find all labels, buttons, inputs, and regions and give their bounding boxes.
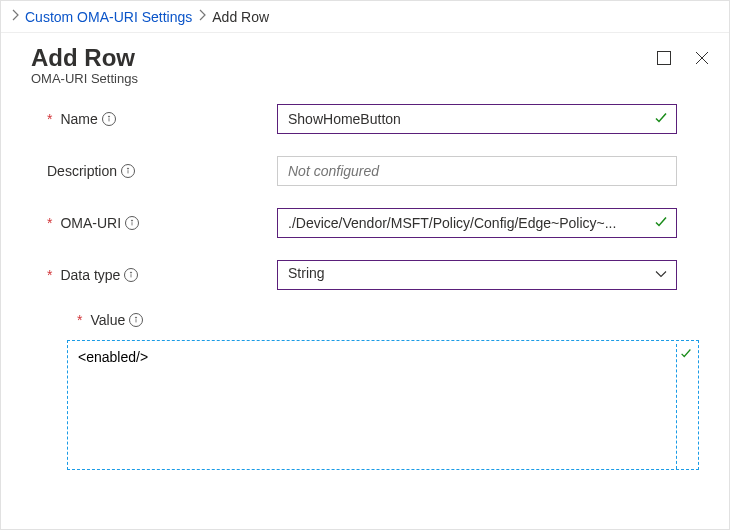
description-input[interactable]: [277, 156, 677, 186]
info-icon[interactable]: [125, 216, 139, 230]
name-input[interactable]: [277, 104, 677, 134]
info-icon[interactable]: [124, 268, 138, 282]
svg-point-0: [108, 116, 109, 117]
pane-title: Add Row: [31, 43, 655, 73]
breadcrumb: Custom OMA-URI Settings Add Row: [1, 1, 729, 33]
data-type-label: * Data type: [47, 267, 277, 283]
info-icon[interactable]: [121, 164, 135, 178]
svg-point-2: [132, 220, 133, 221]
name-label: * Name: [47, 111, 277, 127]
svg-point-3: [131, 272, 132, 273]
value-textarea[interactable]: [67, 340, 699, 470]
close-button[interactable]: [693, 49, 711, 67]
breadcrumb-parent-link[interactable]: Custom OMA-URI Settings: [25, 9, 192, 25]
checkmark-icon: [679, 346, 693, 363]
required-star-icon: *: [47, 111, 52, 127]
required-star-icon: *: [47, 215, 52, 231]
chevron-right-icon: [194, 7, 210, 26]
pane-header: Add Row OMA-URI Settings: [1, 33, 729, 90]
info-icon[interactable]: [102, 112, 116, 126]
oma-uri-input[interactable]: [277, 208, 677, 238]
maximize-button[interactable]: [655, 49, 673, 67]
textarea-divider: [676, 344, 677, 469]
data-type-select[interactable]: String: [277, 260, 677, 290]
chevron-right-icon: [7, 7, 23, 26]
breadcrumb-current: Add Row: [212, 9, 269, 25]
description-label: Description: [47, 163, 277, 179]
close-icon: [694, 50, 710, 66]
oma-uri-label: * OMA-URI: [47, 215, 277, 231]
value-label: * Value: [77, 312, 143, 328]
info-icon[interactable]: [129, 313, 143, 327]
maximize-icon: [657, 51, 671, 65]
svg-point-4: [136, 317, 137, 318]
required-star-icon: *: [77, 312, 82, 328]
required-star-icon: *: [47, 267, 52, 283]
pane-subtitle: OMA-URI Settings: [31, 71, 655, 86]
svg-point-1: [127, 168, 128, 169]
form: * Name Description: [1, 90, 729, 328]
